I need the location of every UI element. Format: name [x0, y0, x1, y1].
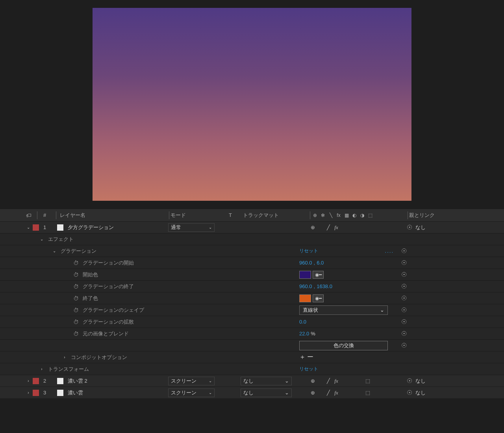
effects-expand-toggle[interactable]	[39, 237, 44, 241]
prop-end-point-x[interactable]: 960.0	[299, 283, 312, 289]
transform-label: トランスフォーム	[48, 366, 89, 373]
shape-dropdown[interactable]: 直線状⌄	[299, 305, 388, 315]
frame-blend-icon[interactable]: ▦	[343, 213, 350, 218]
gradient-expand-toggle[interactable]	[52, 249, 57, 253]
transform-row[interactable]: トランスフォーム リセット	[0, 363, 504, 375]
layer-row-2[interactable]: 2 濃い雲 2 スクリーン⌄ なし⌄ ⊕ ╱ fx ⬚	[0, 375, 504, 387]
prop-blend-label: 元の画像とブレンド	[83, 330, 129, 337]
gradient-options-link[interactable]: ....	[385, 248, 394, 254]
3d-icon[interactable]: ⬚	[367, 213, 374, 218]
layer-2-shy[interactable]: ⊕	[309, 378, 316, 384]
link-spiral-icon[interactable]: ☉	[401, 330, 407, 337]
swap-colors-button[interactable]: 色の交換	[299, 341, 388, 350]
layer-3-fx[interactable]: fx	[333, 390, 340, 396]
start-color-eyedropper[interactable]: ◉━	[313, 271, 324, 279]
index-column-header[interactable]: #	[43, 209, 55, 221]
effects-group-row[interactable]: エフェクト	[0, 233, 504, 245]
layer-2-quality[interactable]: ╱	[325, 378, 332, 384]
link-spiral-icon[interactable]: ☉	[401, 259, 407, 266]
layer-1-color-label[interactable]	[33, 224, 39, 231]
prop-blend-value[interactable]: 22.0	[299, 331, 309, 337]
layer-2-matte-dropdown[interactable]: なし⌄	[241, 377, 292, 385]
layer-2-3d[interactable]: ⬚	[364, 378, 371, 384]
layer-3-pickwhip-icon[interactable]: ☉	[407, 389, 412, 396]
motion-blur-icon[interactable]: ◐	[351, 213, 358, 218]
composition-preview-canvas[interactable]	[93, 8, 411, 201]
layer-3-mode-dropdown[interactable]: スクリーン⌄	[168, 389, 215, 397]
link-spiral-icon[interactable]: ☉	[401, 271, 407, 278]
layer-1-name[interactable]: 夕方グラデーション	[68, 224, 114, 231]
layer-2-expand-toggle[interactable]	[26, 379, 31, 383]
fx-icon[interactable]: fx	[335, 213, 342, 218]
start-color-chip[interactable]	[299, 271, 311, 279]
layer-1-fx[interactable]: fx	[333, 224, 340, 231]
t-column-header[interactable]: T	[229, 209, 243, 221]
layer-row-3[interactable]: 3 濃い雲 スクリーン⌄ なし⌄ ⊕ ╱ fx ⬚ ☉	[0, 387, 504, 398]
layer-2-pickwhip-icon[interactable]: ☉	[407, 377, 412, 385]
end-color-chip[interactable]	[299, 294, 311, 302]
layer-2-switches[interactable]: ⊕ ╱ fx ⬚	[309, 378, 371, 384]
mode-column-header[interactable]: モード	[170, 209, 229, 221]
stopwatch-icon[interactable]: ⏱	[73, 283, 79, 290]
adjustment-icon[interactable]: ◑	[359, 213, 366, 218]
link-spiral-icon[interactable]: ☉	[401, 283, 407, 290]
end-color-eyedropper[interactable]: ◉━	[313, 294, 324, 302]
shy-icon[interactable]: ⊕	[311, 213, 319, 218]
transform-expand-toggle[interactable]	[39, 367, 44, 371]
link-spiral-icon[interactable]: ☉	[401, 306, 407, 314]
link-spiral-icon[interactable]: ☉	[401, 342, 407, 349]
layer-1-mode-dropdown[interactable]: 通常⌄	[168, 223, 215, 232]
gradient-label: グラデーション	[61, 248, 96, 255]
link-spiral-icon[interactable]: ☉	[401, 294, 407, 302]
collapse-icon[interactable]: ✻	[319, 213, 326, 218]
layer-3-name[interactable]: 濃い雲	[68, 389, 83, 396]
stopwatch-icon[interactable]: ⏱	[73, 272, 79, 278]
stopwatch-icon[interactable]: ⏱	[73, 331, 79, 337]
gradient-reset-link[interactable]: リセット	[299, 248, 318, 254]
prop-end-point-y[interactable]: 1638.0	[317, 283, 332, 289]
layer-2-color-label[interactable]	[33, 378, 39, 384]
layer-1-parent-value[interactable]: なし	[415, 224, 426, 231]
track-matte-column-header[interactable]: トラックマット	[243, 209, 309, 221]
layer-1-quality[interactable]: ╱	[325, 224, 332, 231]
stopwatch-icon[interactable]: ⏱	[73, 319, 79, 325]
prop-scatter-label: グラデーションの拡散	[83, 318, 134, 326]
layer-3-switches[interactable]: ⊕ ╱ fx ⬚	[309, 390, 371, 396]
layer-2-name[interactable]: 濃い雲 2	[68, 377, 87, 385]
layer-2-fx[interactable]: fx	[333, 378, 340, 384]
layer-1-shy[interactable]: ⊕	[309, 224, 316, 231]
layer-1-switches[interactable]: ⊕ ╱ fx	[309, 224, 371, 231]
stopwatch-icon[interactable]: ⏱	[73, 307, 79, 313]
prop-start-point-x[interactable]: 960.0	[299, 260, 312, 266]
layer-3-expand-toggle[interactable]	[26, 390, 31, 395]
layer-2-mode-dropdown[interactable]: スクリーン⌄	[168, 377, 215, 385]
composite-plus-minus[interactable]: ＋ー	[299, 353, 315, 361]
layer-3-shy[interactable]: ⊕	[309, 390, 316, 396]
link-spiral-icon[interactable]: ☉	[401, 318, 407, 326]
layer-2-parent-value[interactable]: なし	[415, 377, 426, 385]
quality-icon[interactable]: ╲	[327, 213, 334, 218]
switches-column-icons[interactable]: ⊕ ✻ ╲ fx ▦ ◐ ◑ ⬚	[311, 213, 374, 218]
layer-1-pickwhip-icon[interactable]: ☉	[407, 224, 412, 231]
gradient-link-spiral-icon[interactable]: ☉	[401, 247, 407, 255]
prop-scatter-value[interactable]: 0.0	[299, 319, 306, 325]
stopwatch-icon[interactable]: ⏱	[73, 295, 79, 302]
gradient-effect-row[interactable]: グラデーション リセット .... ☉	[0, 245, 504, 257]
prop-start-point-y[interactable]: 6.0	[317, 260, 324, 266]
layer-3-quality[interactable]: ╱	[325, 390, 332, 396]
layer-row-1[interactable]: 1 夕方グラデーション 通常⌄ ⊕ ╱ fx ☉ なし	[0, 221, 504, 233]
parent-link-column-header[interactable]: 親とリンク	[409, 209, 464, 221]
layer-name-column-header[interactable]: レイヤー名	[60, 209, 168, 221]
composite-options-row[interactable]: コンポジットオプション ＋ー	[0, 351, 504, 363]
layer-3-index: 3	[43, 387, 55, 398]
layer-1-expand-toggle[interactable]	[26, 225, 31, 229]
prop-start-color-row: ⏱ 開始色 ◉━ ☉	[0, 268, 504, 280]
composition-preview-area	[0, 0, 504, 209]
stopwatch-icon[interactable]: ⏱	[73, 260, 79, 266]
layer-3-parent-value[interactable]: なし	[415, 389, 426, 396]
composite-expand-toggle[interactable]	[62, 355, 67, 359]
transform-reset-link[interactable]: リセット	[299, 366, 318, 372]
layer-3-3d[interactable]: ⬚	[364, 390, 371, 396]
layer-3-color-label[interactable]	[33, 390, 39, 396]
layer-3-matte-dropdown[interactable]: なし⌄	[241, 389, 292, 397]
